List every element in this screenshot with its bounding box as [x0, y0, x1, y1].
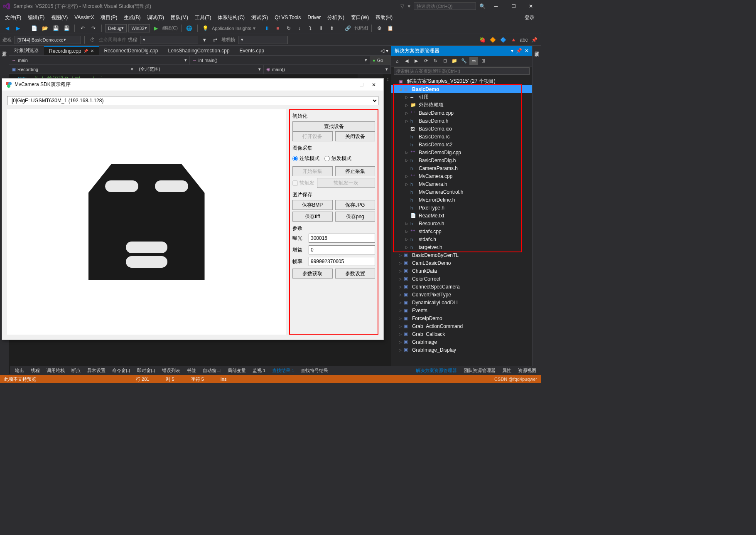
tab-menu-icon[interactable]: ▾	[386, 48, 388, 54]
va-icon6[interactable]: 📌	[530, 35, 539, 44]
search-icon[interactable]: 🔍	[479, 3, 486, 9]
dialog-close-button[interactable]: ✕	[368, 81, 380, 89]
dialog-max-button[interactable]: ☐	[355, 81, 368, 89]
pause-icon[interactable]: ⏸	[263, 24, 272, 33]
split-icon[interactable]: ↕	[386, 76, 389, 82]
menu-driver[interactable]: Driver	[304, 14, 324, 21]
menu-help[interactable]: 帮助(H)	[372, 13, 396, 22]
file-item[interactable]: 🖼BasicDemo.ico	[391, 125, 532, 133]
file-item[interactable]: ▷hBasicDemoDlg.h	[391, 156, 532, 164]
menu-test[interactable]: 测试(S)	[248, 13, 271, 22]
fwd-icon[interactable]: ▶	[412, 57, 420, 65]
tab-events[interactable]: Events.cpp	[235, 47, 269, 55]
menu-edit[interactable]: 编辑(E)	[25, 13, 48, 22]
insights-label[interactable]: Application Insights	[212, 26, 251, 31]
va-icon[interactable]: 🍓	[478, 35, 487, 44]
tab-findsymbol[interactable]: 查找符号结果	[298, 367, 331, 375]
minimize-button[interactable]: ─	[489, 1, 503, 12]
refs-node[interactable]: ▷▪▪引用	[391, 93, 532, 101]
va-icon5[interactable]: abc	[519, 35, 528, 44]
tab-errors[interactable]: 错误列表	[160, 367, 183, 375]
nav-go[interactable]: ●Go	[370, 56, 391, 64]
tab-breakpoints[interactable]: 断点	[69, 367, 83, 375]
menu-project[interactable]: 项目(P)	[97, 13, 120, 22]
step-out-icon[interactable]: ⬆	[327, 24, 336, 33]
new-icon[interactable]: 📄	[29, 24, 39, 33]
tab-solution[interactable]: 解决方案资源管理器	[413, 367, 459, 375]
login-link[interactable]: 登录	[521, 13, 540, 22]
file-item[interactable]: hMvCameraControl.h	[391, 188, 532, 196]
project-item[interactable]: ▷▣GrabImage	[391, 338, 532, 346]
close-tab-icon[interactable]: ✕	[91, 49, 94, 53]
project-item[interactable]: ▷▣GrabImage_Display	[391, 346, 532, 354]
panel-close-icon[interactable]: ✕	[525, 48, 529, 54]
tab-exceptions[interactable]: 异常设置	[85, 367, 108, 375]
project-item[interactable]: ▷▣ColorCorrect	[391, 275, 532, 283]
camera-combo[interactable]: [0]GigE: UGSMT630M_1 (192.168.1.128)	[7, 96, 378, 105]
undo-icon[interactable]: ↶	[78, 24, 87, 33]
quick-launch-input[interactable]	[414, 2, 476, 10]
project-item[interactable]: ▷▣ChunkData	[391, 267, 532, 275]
tab-bookmarks[interactable]: 书签	[184, 367, 199, 375]
tab-lens[interactable]: LensShadingCorrection.cpp	[163, 47, 234, 55]
process-dropdown[interactable]: [9744] BasicDemo.exe ▾	[15, 36, 81, 44]
back-icon[interactable]: ◀	[403, 57, 411, 65]
feedback-icon[interactable]: ♥	[407, 3, 410, 9]
diagnostics-tab[interactable]: 诊断工具	[532, 46, 541, 374]
tab-autos[interactable]: 自动窗口	[200, 367, 223, 375]
redo-icon[interactable]: ↷	[89, 24, 98, 33]
home-icon[interactable]: ⌂	[393, 57, 401, 65]
tab-watch[interactable]: 监视 1	[250, 367, 268, 375]
find-device-button[interactable]: 查找设备	[292, 121, 375, 131]
menu-tools[interactable]: 工具(T)	[191, 13, 214, 22]
file-item[interactable]: ▷hBasicDemo.h	[391, 117, 532, 125]
view-icon[interactable]: ⊞	[479, 57, 487, 65]
tab-team[interactable]: 团队资源管理器	[461, 367, 498, 375]
gain-input[interactable]	[309, 245, 375, 254]
file-item[interactable]: hPixelType.h	[391, 204, 532, 212]
preview-icon[interactable]: ▭	[469, 57, 478, 65]
stop-icon[interactable]: ■	[273, 24, 282, 33]
tab-prev-icon[interactable]: ◁	[380, 48, 384, 54]
config-dropdown[interactable]: Debug ▾	[105, 24, 127, 32]
nav-main[interactable]: ◉main()▾	[264, 65, 391, 74]
saveall-icon[interactable]: 💾	[62, 24, 71, 33]
file-item[interactable]: ▷hMvCamera.h	[391, 180, 532, 188]
save-jpg-button[interactable]: 保存JPG	[335, 200, 376, 210]
menu-team[interactable]: 团队(M)	[167, 13, 191, 22]
file-item[interactable]: ▷⁺⁺BasicDemoDlg.cpp	[391, 148, 532, 156]
stackframe-dropdown[interactable]: ▾	[238, 36, 288, 44]
continue-label[interactable]: 继续(C)	[162, 25, 178, 31]
codemap-icon[interactable]: 🔗	[344, 24, 353, 33]
menu-analyze[interactable]: 分析(N)	[324, 13, 348, 22]
solution-root[interactable]: ▣解决方案'Samples_VS2015' (27 个项目)	[391, 77, 532, 85]
project-basicdemo[interactable]: ◢▣BasicDemo	[391, 85, 532, 93]
tab-reconnect[interactable]: ReconnectDemoDlg.cpp	[99, 47, 163, 55]
step-over-icon[interactable]: ⤵	[306, 24, 315, 33]
thread-dropdown[interactable]: ▾	[140, 36, 198, 44]
restart-icon[interactable]: ↻	[284, 24, 293, 33]
tab-findresults[interactable]: 查找结果 1	[270, 367, 297, 375]
menu-arch[interactable]: 体系结构(C)	[214, 13, 248, 22]
va-icon4[interactable]: 🔺	[509, 35, 518, 44]
tab-threads[interactable]: 线程	[28, 367, 42, 375]
tab-resview[interactable]: 资源视图	[515, 367, 539, 375]
pin-icon[interactable]: 📌	[83, 49, 88, 53]
collapse-icon[interactable]: ⊟	[441, 57, 449, 65]
trig-once-button[interactable]: 软触发一次	[317, 178, 375, 188]
file-item[interactable]: ▷hstdafx.h	[391, 235, 532, 243]
browser-icon[interactable]: 🌐	[185, 24, 194, 33]
codemap-label[interactable]: 代码图	[354, 25, 368, 31]
file-item[interactable]: ▷hResource.h	[391, 219, 532, 227]
toggle-icon[interactable]: ⇄	[211, 35, 220, 44]
solution-search-input[interactable]	[394, 67, 530, 75]
soft-trig-check[interactable]: 软触发	[292, 180, 314, 187]
tab-output[interactable]: 输出	[12, 367, 27, 375]
menu-vassistx[interactable]: VAssistX	[71, 14, 97, 21]
file-item[interactable]: hBasicDemo.rc	[391, 133, 532, 141]
project-item[interactable]: ▷▣ConnectSpecCamera	[391, 283, 532, 291]
open-icon[interactable]: 📂	[40, 24, 49, 33]
menu-file[interactable]: 文件(F)	[2, 13, 25, 22]
project-item[interactable]: ▷▣CamLBasicDemo	[391, 259, 532, 267]
save-tiff-button[interactable]: 保存tiff	[292, 212, 333, 222]
